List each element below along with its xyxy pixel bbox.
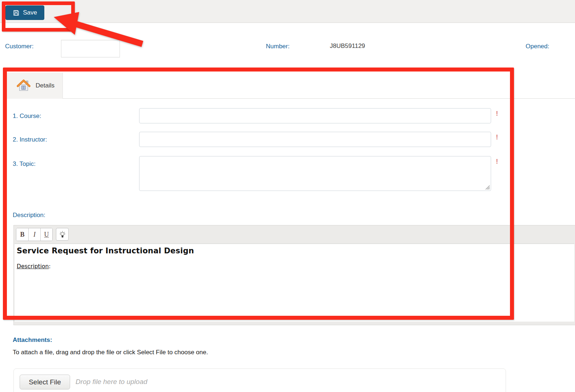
editor-body-colon: :	[49, 263, 50, 270]
customer-label: Customer:	[5, 43, 33, 50]
instructor-required-indicator: !	[496, 133, 498, 141]
save-floppy-icon	[13, 9, 20, 16]
save-button[interactable]: Save	[5, 5, 44, 20]
instructor-input[interactable]	[139, 132, 491, 147]
top-toolbar: Save	[0, 0, 575, 23]
topic-label: 3. Topic:	[13, 160, 36, 168]
instructor-label: 2. Instructor:	[13, 136, 47, 143]
opened-label: Opened:	[526, 43, 549, 50]
tab-details[interactable]: Details	[7, 73, 63, 99]
course-label: 1. Course:	[13, 113, 41, 120]
service-request-page: Save Customer: Number: J8UB591129 Opened…	[0, 0, 575, 392]
editor-body-description-word: Description	[17, 263, 49, 270]
editor-content-body: Description:	[17, 263, 51, 270]
rich-text-editor: B I U Service Request for Instructional …	[13, 225, 575, 325]
file-drop-zone[interactable]: Select File Drop file here to upload	[13, 368, 506, 392]
course-required-indicator: !	[496, 110, 498, 118]
select-file-button[interactable]: Select File	[20, 375, 70, 389]
drop-file-placeholder: Drop file here to upload	[76, 378, 147, 386]
tab-details-label: Details	[36, 82, 54, 89]
tab-strip: Details	[7, 73, 575, 99]
bold-button[interactable]: B	[16, 228, 28, 241]
number-value: J8UB591129	[330, 42, 365, 50]
course-input[interactable]	[139, 108, 491, 123]
editor-content-area[interactable]: Service Request for Instructional Design…	[15, 244, 574, 322]
underline-button[interactable]: U	[40, 228, 52, 241]
editor-content-heading: Service Request for Instructional Design	[17, 246, 194, 255]
attachments-heading: Attachments:	[13, 336, 52, 344]
editor-toolbar: B I U	[16, 228, 69, 241]
description-label: Description:	[13, 212, 45, 219]
home-icon	[16, 78, 31, 93]
italic-button[interactable]: I	[28, 228, 40, 241]
lightbulb-icon[interactable]	[56, 228, 69, 241]
topic-textarea[interactable]	[139, 156, 491, 191]
topic-required-indicator: !	[496, 158, 498, 166]
attachments-instructions: To attach a file, drag and drop the file…	[13, 349, 208, 356]
number-label: Number:	[266, 43, 289, 50]
customer-field[interactable]	[61, 40, 120, 57]
textarea-resize-handle[interactable]	[485, 184, 490, 190]
save-button-label: Save	[23, 9, 37, 16]
